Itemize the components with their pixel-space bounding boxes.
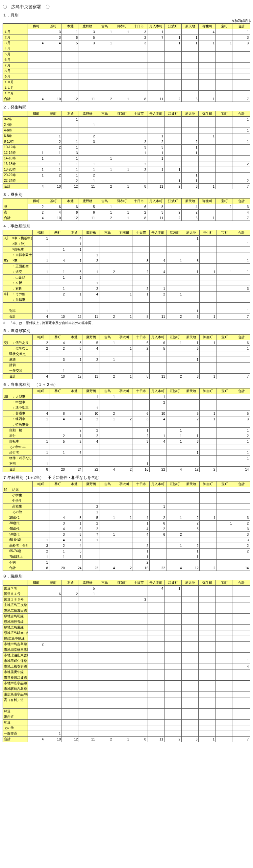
data-cell: 1 — [33, 450, 49, 456]
data-cell — [100, 400, 116, 405]
data-cell — [216, 139, 233, 145]
data-cell — [233, 731, 250, 737]
data-cell: 1 — [166, 515, 183, 521]
data-cell: 1 — [96, 167, 113, 173]
row-header: 市地翠町仁保線 — [3, 658, 28, 664]
col-header: 江波町 — [165, 198, 181, 204]
row-header: 道地広島海田線 — [3, 608, 28, 614]
data-cell — [113, 74, 130, 80]
data-cell — [62, 586, 79, 591]
data-cell: 4 — [83, 439, 100, 444]
data-cell: 8 — [130, 215, 147, 221]
col-header: 基町 — [45, 111, 62, 117]
data-cell — [147, 57, 165, 63]
col-header: 吉島 — [96, 24, 113, 29]
data-cell — [66, 493, 83, 498]
data-cell — [216, 161, 233, 167]
data-cell — [181, 614, 199, 619]
data-cell: 1 — [233, 658, 250, 664]
data-cell: 5 — [66, 532, 83, 537]
data-cell — [28, 692, 45, 698]
data-cell — [130, 57, 147, 63]
col-header: 舟入本町 — [149, 335, 166, 340]
data-cell — [183, 498, 200, 504]
data-cell — [183, 394, 200, 400]
data-cell: 1 — [183, 236, 200, 241]
data-cell — [147, 591, 165, 597]
data-cell: 1 — [83, 394, 100, 400]
data-cell — [45, 128, 62, 133]
data-cell — [33, 394, 49, 400]
data-cell — [233, 46, 250, 52]
data-cell — [45, 630, 62, 636]
data-cell: 1 — [165, 35, 181, 40]
data-cell: 1 — [116, 515, 133, 521]
data-cell — [66, 405, 83, 411]
data-cell: 5 — [83, 340, 100, 346]
data-table: 幟町基町本通鷹野橋吉島羽衣町十日市舟入本町江波町新天地弥生町宝町合計19幼児小学… — [3, 481, 250, 571]
data-cell — [62, 91, 79, 96]
data-cell: 2 — [83, 433, 100, 439]
data-cell — [96, 139, 113, 145]
data-cell — [133, 363, 150, 368]
data-cell — [45, 156, 62, 161]
data-cell — [100, 258, 116, 264]
cat-cell — [3, 549, 8, 554]
data-cell — [133, 450, 150, 456]
data-cell — [79, 686, 96, 692]
data-cell — [100, 487, 116, 493]
col-header: 合計 — [233, 111, 250, 117]
cat-cell: 交差点 — [3, 340, 8, 346]
data-cell: 2 — [28, 210, 45, 215]
col-header: 新天地 — [183, 389, 200, 394]
data-cell — [66, 422, 83, 428]
data-cell — [79, 714, 96, 720]
data-cell — [149, 241, 166, 247]
data-cell — [116, 363, 133, 368]
data-cell — [165, 614, 181, 619]
data-cell — [49, 498, 66, 504]
data-cell — [116, 236, 133, 241]
data-cell — [62, 686, 79, 692]
data-cell — [181, 653, 199, 658]
data-cell — [181, 681, 199, 686]
col-header: 合計 — [233, 482, 250, 487]
data-cell — [217, 456, 233, 461]
data-cell: 2 — [165, 215, 181, 221]
data-cell: 1 — [113, 29, 130, 35]
data-cell — [217, 543, 233, 549]
col-header: 鷹野橋 — [83, 482, 100, 487]
data-cell — [181, 602, 199, 608]
data-cell — [113, 591, 130, 597]
data-cell — [49, 560, 66, 565]
data-cell — [165, 91, 181, 96]
data-cell: 22 — [149, 467, 166, 472]
data-cell — [183, 275, 200, 280]
data-cell — [28, 597, 45, 602]
data-cell — [181, 670, 199, 675]
col-header: 合計 — [233, 335, 250, 340]
data-cell — [79, 619, 96, 625]
data-cell — [100, 498, 116, 504]
data-table: 幟町基町本通鷹野橋吉島羽衣町十日市舟入本町江波町新天地弥生町宝町合計四輪：大型車… — [3, 388, 250, 472]
data-cell: 2 — [165, 737, 181, 742]
data-cell — [96, 57, 113, 63]
data-cell — [79, 692, 96, 698]
data-cell — [233, 68, 250, 74]
data-cell — [216, 215, 233, 221]
data-cell: 5 — [183, 526, 200, 532]
data-cell: 2 — [49, 543, 66, 549]
col-header: 江波町 — [165, 111, 181, 117]
data-cell — [116, 275, 133, 280]
row-header: 合計 — [8, 314, 33, 319]
data-cell — [130, 91, 147, 96]
data-cell: 1 — [79, 122, 96, 128]
data-cell: 3 — [49, 357, 66, 363]
row-header: 中学生 — [8, 498, 33, 504]
data-cell: 2 — [96, 184, 113, 189]
data-cell — [45, 619, 62, 625]
data-cell: 1 — [49, 286, 66, 291]
data-cell: 1 — [199, 40, 216, 46]
data-cell: 2 — [233, 161, 250, 167]
data-cell: 1 — [49, 549, 66, 554]
